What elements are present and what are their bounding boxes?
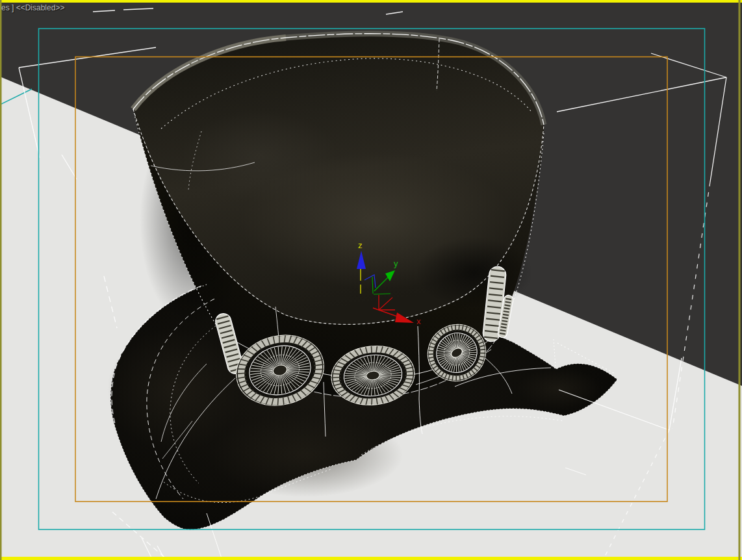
scene-canvas[interactable]: z y x <box>0 0 742 560</box>
viewport-perspective[interactable]: es ] <<Disabled>> <box>0 0 742 560</box>
brim-shade-blob <box>208 413 403 497</box>
z-axis-label: z <box>358 240 363 250</box>
border-top <box>0 0 742 3</box>
border-right <box>739 0 741 560</box>
border-bottom <box>0 557 742 560</box>
opening-shadow-blob <box>416 237 533 309</box>
brim-shade-blob <box>517 368 601 409</box>
viewport-label: es ] <<Disabled>> <box>1 3 64 12</box>
x-axis-label: x <box>416 316 421 326</box>
opening-mottle-blob <box>182 110 338 201</box>
border-left <box>0 0 2 560</box>
y-axis-label: y <box>394 259 398 268</box>
